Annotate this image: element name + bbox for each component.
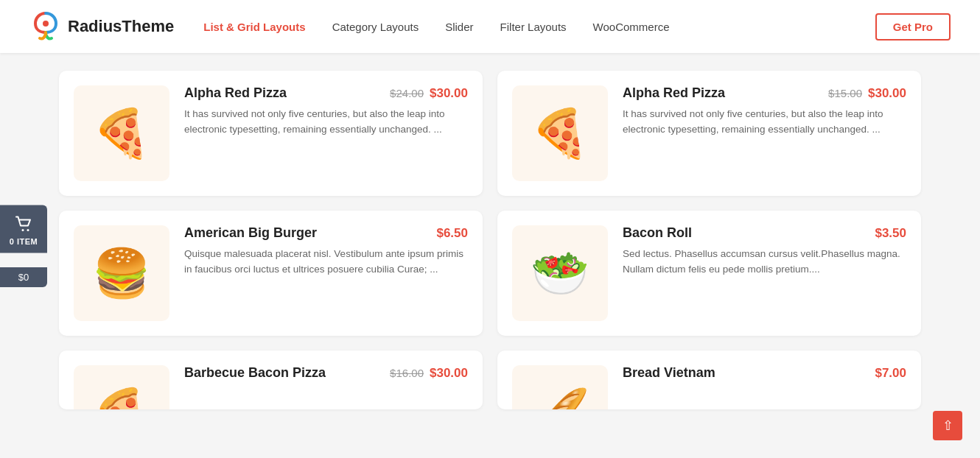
price-old: $24.00 bbox=[390, 87, 424, 99]
cart-count: 0 ITEM bbox=[10, 237, 38, 247]
product-name: Alpha Red Pizza bbox=[623, 85, 725, 101]
product-image: 🍕 bbox=[74, 85, 169, 181]
product-image: 🥖 bbox=[512, 365, 608, 409]
product-description: It has survived not only five centuries,… bbox=[623, 107, 906, 138]
product-title-row: American Big Burger $6.50 bbox=[184, 225, 468, 241]
nav-slider[interactable]: Slider bbox=[445, 21, 473, 33]
product-info: American Big Burger $6.50 Quisque malesu… bbox=[184, 225, 468, 278]
product-card: 🥖 Bread Vietnam $7.00 bbox=[497, 350, 921, 409]
header: RadiusTheme List & Grid Layouts Category… bbox=[0, 0, 980, 53]
product-info: Bread Vietnam $7.00 bbox=[623, 365, 906, 387]
product-card: 🍕 Barbecue Bacon Pizza $16.00 $30.00 bbox=[59, 350, 483, 409]
product-prices: $6.50 bbox=[436, 226, 468, 241]
nav-woocommerce[interactable]: WooCommerce bbox=[593, 21, 670, 33]
product-card: 🍕 Alpha Red Pizza $24.00 $30.00 It has s… bbox=[59, 71, 483, 196]
product-card: 🥗 Bacon Roll $3.50 Sed lectus. Phasellus… bbox=[497, 211, 921, 336]
product-prices: $15.00 $30.00 bbox=[828, 86, 906, 101]
price-new: $30.00 bbox=[868, 86, 906, 101]
svg-point-0 bbox=[43, 21, 49, 27]
product-image: 🍕 bbox=[74, 365, 169, 409]
product-name: American Big Burger bbox=[184, 225, 317, 241]
product-image: 🥗 bbox=[512, 225, 608, 321]
svg-point-1 bbox=[22, 229, 24, 231]
products-grid: 🍕 Alpha Red Pizza $24.00 $30.00 It has s… bbox=[59, 71, 921, 409]
price-old: $15.00 bbox=[828, 87, 862, 99]
product-info: Alpha Red Pizza $15.00 $30.00 It has sur… bbox=[623, 85, 906, 138]
svg-point-2 bbox=[27, 229, 29, 231]
price-new: $7.00 bbox=[875, 366, 906, 381]
product-prices: $24.00 $30.00 bbox=[390, 86, 468, 101]
get-pro-button[interactable]: Get Pro bbox=[875, 13, 951, 40]
product-name: Barbecue Bacon Pizza bbox=[184, 365, 326, 381]
nav-list-grid[interactable]: List & Grid Layouts bbox=[203, 21, 305, 33]
product-prices: $16.00 $30.00 bbox=[390, 366, 468, 381]
cart-widget[interactable]: 0 ITEM bbox=[0, 205, 47, 253]
cart-price: $0 bbox=[0, 267, 47, 287]
product-image: 🍔 bbox=[74, 225, 169, 321]
product-info: Alpha Red Pizza $24.00 $30.00 It has sur… bbox=[184, 85, 468, 138]
product-description: Quisque malesuada placerat nisl. Vestibu… bbox=[184, 247, 468, 278]
price-new: $30.00 bbox=[430, 86, 468, 101]
product-card: 🍕 Alpha Red Pizza $15.00 $30.00 It has s… bbox=[497, 71, 921, 196]
product-card: 🍔 American Big Burger $6.50 Quisque male… bbox=[59, 211, 483, 336]
logo-text: RadiusTheme bbox=[68, 17, 174, 36]
logo-icon bbox=[29, 10, 62, 43]
cart-icon bbox=[13, 214, 34, 234]
nav-category-layouts[interactable]: Category Layouts bbox=[332, 21, 419, 33]
price-new: $6.50 bbox=[436, 226, 468, 241]
price-new: $3.50 bbox=[875, 226, 906, 241]
price-new: $30.00 bbox=[430, 366, 468, 381]
price-old: $16.00 bbox=[390, 367, 424, 379]
nav-filter-layouts[interactable]: Filter Layouts bbox=[500, 21, 567, 33]
product-prices: $7.00 bbox=[875, 366, 906, 381]
product-title-row: Alpha Red Pizza $24.00 $30.00 bbox=[184, 85, 468, 101]
product-name: Bacon Roll bbox=[623, 225, 692, 241]
product-title-row: Bacon Roll $3.50 bbox=[623, 225, 906, 241]
product-title-row: Alpha Red Pizza $15.00 $30.00 bbox=[623, 85, 906, 101]
main-content: 🍕 Alpha Red Pizza $24.00 $30.00 It has s… bbox=[0, 53, 980, 427]
product-name: Alpha Red Pizza bbox=[184, 85, 287, 101]
product-name: Bread Vietnam bbox=[623, 365, 715, 381]
product-title-row: Bread Vietnam $7.00 bbox=[623, 365, 906, 381]
product-info: Bacon Roll $3.50 Sed lectus. Phasellus a… bbox=[623, 225, 906, 278]
product-title-row: Barbecue Bacon Pizza $16.00 $30.00 bbox=[184, 365, 468, 381]
product-prices: $3.50 bbox=[875, 226, 906, 241]
product-description: Sed lectus. Phasellus accumsan cursus ve… bbox=[623, 247, 906, 278]
logo[interactable]: RadiusTheme bbox=[29, 10, 174, 43]
product-image: 🍕 bbox=[512, 85, 608, 181]
main-nav: List & Grid Layouts Category Layouts Sli… bbox=[203, 21, 875, 33]
scroll-to-top-button[interactable]: ⇧ bbox=[933, 411, 962, 427]
product-description: It has survived not only five centuries,… bbox=[184, 107, 468, 138]
product-info: Barbecue Bacon Pizza $16.00 $30.00 bbox=[184, 365, 468, 387]
